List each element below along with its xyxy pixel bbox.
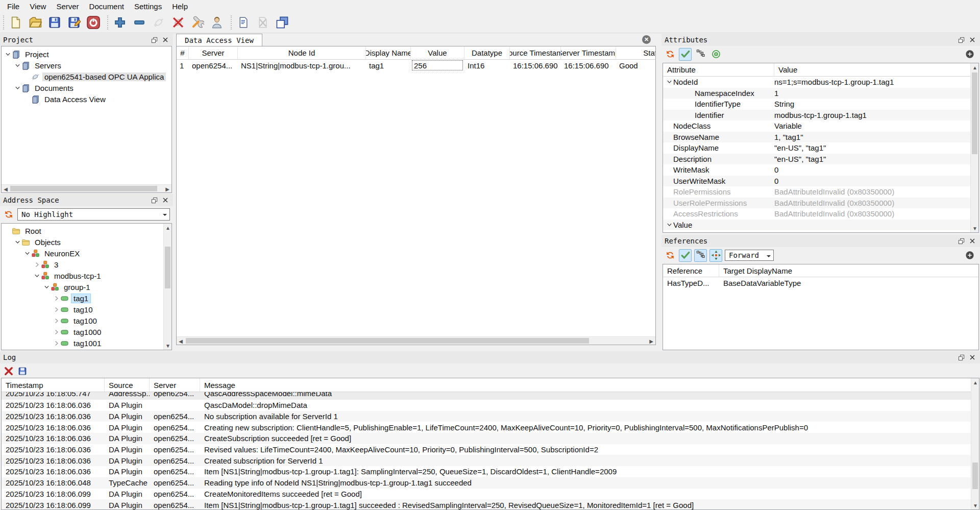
tree-item-servers[interactable]: Servers [2, 60, 172, 71]
dav-horizontal-scrollbar[interactable]: ◀ ▶ [177, 336, 655, 345]
attribute-row-browsename[interactable]: BrowseName 1, "tag1" [663, 132, 978, 143]
add-document-button[interactable] [236, 15, 251, 30]
log-row[interactable]: 2025/10/23 16:18:06.099DA Pluginopen6254… [2, 499, 979, 510]
remove-server-button[interactable] [132, 15, 147, 30]
column-header-datatype[interactable]: Datatype [464, 46, 510, 59]
add-server-button[interactable] [112, 15, 128, 30]
toolbar-handle[interactable] [107, 15, 110, 30]
float-panel-button[interactable] [150, 196, 159, 204]
attribute-row-accessrestrictions[interactable]: AccessRestrictions BadAttributeIdInvalid… [663, 208, 978, 220]
column-header[interactable]: Target DisplayName [719, 264, 978, 277]
column-header-message[interactable]: Message [200, 378, 979, 392]
attribute-row-writemask[interactable]: WriteMask 0 [663, 164, 978, 176]
remove-document-button[interactable] [255, 15, 271, 30]
save-project-as-button[interactable] [66, 15, 82, 30]
tree-item-documents[interactable]: Documents [2, 82, 172, 93]
attribute-row-value[interactable]: Value [663, 220, 978, 231]
expander-icon[interactable] [33, 260, 41, 269]
close-panel-button[interactable] [161, 36, 170, 44]
expander-icon[interactable] [13, 84, 21, 92]
tree-item-tag1[interactable]: tag1 [2, 293, 172, 304]
reference-row[interactable]: HasTypeD... BaseDataVariableType [663, 277, 978, 288]
log-row[interactable]: 2025/10/23 16:18:06.036DA Pluginopen6254… [2, 433, 979, 444]
expander-icon[interactable] [4, 50, 12, 58]
column-header-source-timestamp[interactable]: Source Timestamp [510, 46, 561, 59]
expander-icon[interactable] [52, 305, 60, 313]
expander-icon[interactable] [665, 222, 673, 228]
panel-menu-button[interactable] [963, 249, 976, 262]
tree-item-modbus-tcp-1[interactable]: modbus-tcp-1 [2, 270, 172, 281]
new-document-button[interactable] [8, 15, 23, 30]
menu-document[interactable]: Document [84, 2, 129, 11]
tree-item-tag1000[interactable]: tag1000 [2, 326, 172, 337]
toggle-windows-button[interactable] [275, 15, 290, 30]
address-space-vertical-scrollbar[interactable]: ▲ ▼ [163, 224, 172, 350]
column-header-status[interactable]: Status [616, 46, 656, 59]
panel-menu-button[interactable] [963, 48, 976, 61]
menu-server[interactable]: Server [51, 2, 84, 11]
project-horizontal-scrollbar[interactable]: ◀ ▶ [2, 184, 172, 192]
menu-view[interactable]: View [24, 2, 51, 11]
attribute-row-userwritemask[interactable]: UserWriteMask 0 [663, 176, 978, 187]
tab-data-access-view[interactable]: Data Access View [176, 34, 262, 46]
expander-icon[interactable] [33, 272, 41, 280]
attribute-row-identifiertype[interactable]: IdentifierType String [663, 99, 978, 110]
follow-selection-button[interactable] [709, 249, 722, 262]
column-header-node-id[interactable]: Node Id [238, 46, 366, 59]
toolbar-handle[interactable] [231, 15, 234, 30]
log-row[interactable]: 2025/10/23 16:18:06.036DA Pluginopen6254… [2, 466, 979, 477]
open-project-button[interactable] [28, 15, 43, 30]
clear-log-icon[interactable] [3, 366, 14, 377]
expander-icon[interactable] [665, 79, 673, 85]
log-row[interactable]: 2025/10/23 16:18:06.048TypeCacheopen6254… [2, 477, 979, 489]
close-panel-button[interactable] [968, 237, 977, 245]
tree-item-tag100[interactable]: tag100 [2, 315, 172, 326]
float-panel-button[interactable] [957, 353, 966, 361]
column-header-server[interactable]: Server [189, 46, 238, 59]
tree-item-tag1001[interactable]: tag1001 [2, 337, 172, 349]
menu-help[interactable]: Help [167, 2, 193, 11]
log-row[interactable]: 2025/10/23 16:18:06.099DA Pluginopen6254… [2, 489, 979, 500]
expander-icon[interactable] [23, 249, 31, 257]
log-row[interactable]: 2025/10/23 16:18:06.036DA Pluginopen6254… [2, 455, 979, 466]
connect-server-button[interactable] [151, 15, 166, 30]
attributes-vertical-scrollbar[interactable]: ▲ ▼ [970, 63, 978, 232]
column-header[interactable]: Attribute [663, 63, 774, 76]
column-header[interactable]: Reference [663, 264, 719, 277]
auto-update-button[interactable] [679, 249, 692, 262]
tree-item-open62541-based-opc-ua-applica[interactable]: open62541-based OPC UA Applica [2, 71, 172, 82]
column-header[interactable]: Value [774, 63, 978, 76]
expander-icon[interactable] [42, 283, 51, 291]
column-header-#[interactable]: # [177, 46, 189, 59]
attribute-row-displayname[interactable]: DisplayName "en-US", "tag1" [663, 142, 978, 154]
attribute-row-userrolepermissions[interactable]: UserRolePermissions BadAttributeIdInvali… [663, 198, 978, 209]
tree-item-tag10[interactable]: tag10 [2, 304, 172, 315]
attribute-row-rolepermissions[interactable]: RolePermissions BadAttributeIdInvalid (0… [663, 186, 978, 198]
dav-row[interactable]: 1open6254...NS1|String|modbus-tcp-1.grou… [177, 60, 655, 71]
close-panel-button[interactable] [968, 36, 977, 44]
quit-button[interactable] [86, 15, 101, 30]
expander-icon[interactable] [13, 61, 21, 69]
close-panel-button[interactable] [161, 196, 170, 204]
close-tab-icon[interactable]: ✕ [642, 35, 651, 44]
track-selection-button[interactable] [709, 48, 722, 61]
tree-item-data-access-view[interactable]: Data Access View [2, 93, 172, 105]
attribute-row-description[interactable]: Description "en-US", "tag1" [663, 154, 978, 165]
value-cell[interactable]: 256 [412, 60, 463, 70]
attribute-row-identifier[interactable]: Identifier modbus-tcp-1.group-1.tag1 [663, 110, 978, 121]
tree-item-tag1002[interactable]: tag1002 [2, 349, 172, 350]
log-row[interactable]: 2025/10/23 16:18:06.036DA Pluginopen6254… [2, 422, 979, 433]
refresh-references-button[interactable] [664, 249, 676, 262]
auto-update-button[interactable] [679, 48, 692, 61]
log-row[interactable]: 2025/10/23 16:18:06.036DA Pluginopen6254… [2, 444, 979, 455]
column-header-timestamp[interactable]: Timestamp [2, 378, 105, 392]
column-header-server[interactable]: Server [150, 378, 200, 392]
log-vertical-scrollbar[interactable]: ▲ ▼ [971, 378, 979, 509]
toolbar-handle[interactable] [3, 15, 6, 30]
expander-icon[interactable] [13, 238, 21, 246]
column-header-value[interactable]: Value [411, 46, 464, 59]
menu-settings[interactable]: Settings [129, 2, 167, 11]
float-panel-button[interactable] [150, 36, 159, 44]
tree-item-3[interactable]: 3 [2, 259, 172, 270]
log-row[interactable]: 2025/10/23 16:18:06.036DA PluginQascDaMo… [2, 400, 979, 411]
